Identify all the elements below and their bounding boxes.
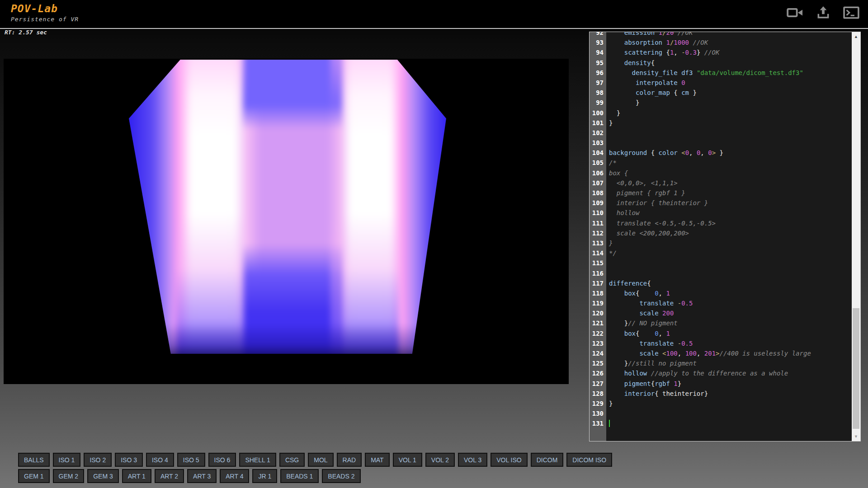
line-number: 126 (590, 368, 606, 378)
code-line-108[interactable]: 108 pigment { rgbf 1 } (590, 188, 852, 198)
scene-code-editor[interactable]: 92 emission 1/20 //OK93 absorption 1/100… (589, 32, 861, 441)
code-rows: 92 emission 1/20 //OK93 absorption 1/100… (590, 32, 852, 429)
code-line-125[interactable]: 125 }//still no pigment (590, 358, 852, 368)
line-number: 119 (590, 298, 606, 308)
code-line-97[interactable]: 97 interpolate 0 (590, 78, 852, 88)
code-line-115[interactable]: 115 (590, 258, 852, 268)
code-line-110[interactable]: 110 hollow (590, 208, 852, 218)
code-line-98[interactable]: 98 color_map { cm } (590, 88, 852, 98)
record-video-button[interactable] (787, 5, 804, 20)
header-toolbar (787, 5, 860, 20)
code-line-109[interactable]: 109 interior { theinterior } (590, 198, 852, 208)
terminal-button[interactable] (843, 5, 860, 20)
preset-button-jr-1[interactable]: JR 1 (252, 469, 277, 483)
scroll-up-arrow-icon[interactable]: ▲ (852, 33, 860, 40)
line-number: 96 (590, 68, 606, 78)
preset-button-beads-2[interactable]: BEADS 2 (322, 469, 360, 483)
preset-button-mol[interactable]: MOL (308, 453, 333, 467)
code-text: translate -0.5 (606, 298, 693, 308)
preset-button-beads-1[interactable]: BEADS 1 (280, 469, 319, 483)
preset-button-vol-iso[interactable]: VOL ISO (491, 453, 528, 467)
preset-button-mat[interactable]: MAT (365, 453, 390, 467)
code-line-121[interactable]: 121 }// NO pigment (590, 318, 852, 328)
preset-button-vol-3[interactable]: VOL 3 (458, 453, 487, 467)
preset-button-iso-6[interactable]: ISO 6 (208, 453, 236, 467)
code-text: } (606, 399, 613, 408)
code-line-118[interactable]: 118 box{ 0, 1 (590, 288, 852, 298)
upload-icon (816, 5, 830, 20)
preset-button-vol-2[interactable]: VOL 2 (425, 453, 455, 467)
preset-button-art-1[interactable]: ART 1 (122, 469, 151, 483)
code-line-105[interactable]: 105/* (590, 158, 852, 168)
code-line-99[interactable]: 99 } (590, 98, 852, 108)
preset-button-gem-1[interactable]: GEM 1 (18, 469, 50, 483)
code-line-106[interactable]: 106box { (590, 168, 852, 178)
code-line-120[interactable]: 120 scale 200 (590, 308, 852, 318)
preset-button-dicom-iso[interactable]: DICOM ISO (566, 453, 612, 467)
code-line-128[interactable]: 128 interior{ theinterior} (590, 389, 852, 399)
camera-icon (787, 6, 804, 19)
terminal-icon (843, 6, 859, 19)
code-line-123[interactable]: 123 translate -0.5 (590, 338, 852, 348)
preset-button-iso-2[interactable]: ISO 2 (84, 453, 112, 467)
code-text: hollow //apply to the difference as a wh… (606, 368, 788, 378)
code-line-104[interactable]: 104background { color <0, 0, 0> } (590, 148, 852, 158)
code-line-131[interactable]: 131 (590, 418, 852, 428)
code-line-95[interactable]: 95 density{ (590, 58, 852, 68)
upload-button[interactable] (815, 5, 832, 20)
code-text: scale 200 (606, 308, 674, 318)
preset-button-csg[interactable]: CSG (279, 453, 305, 467)
code-line-101[interactable]: 101} (590, 118, 852, 128)
text-cursor (609, 420, 610, 427)
code-line-103[interactable]: 103 (590, 138, 852, 148)
preset-button-gem-3[interactable]: GEM 3 (87, 469, 119, 483)
code-line-93[interactable]: 93 absorption 1/1000 //OK (590, 38, 852, 47)
editor-scrollbar[interactable]: ▲ ▼ (852, 32, 860, 441)
code-text: box { (606, 168, 628, 178)
preset-button-art-4[interactable]: ART 4 (220, 469, 249, 483)
preset-button-art-2[interactable]: ART 2 (155, 469, 184, 483)
code-line-130[interactable]: 130 (590, 408, 852, 418)
code-text: } (606, 118, 613, 128)
code-line-111[interactable]: 111 translate <-0.5,-0.5,-0.5> (590, 218, 852, 228)
code-line-100[interactable]: 100 } (590, 108, 852, 118)
code-text: */ (606, 248, 617, 258)
line-number: 97 (590, 78, 606, 88)
code-line-96[interactable]: 96 density_file df3 "data/volume/dicom_t… (590, 68, 852, 78)
code-text: translate -0.5 (606, 338, 693, 348)
preset-button-iso-3[interactable]: ISO 3 (115, 453, 143, 467)
preset-button-art-3[interactable]: ART 3 (187, 469, 217, 483)
preset-button-gem-2[interactable]: GEM 2 (53, 469, 85, 483)
code-line-119[interactable]: 119 translate -0.5 (590, 298, 852, 308)
code-line-127[interactable]: 127 pigment{rgbf 1} (590, 379, 852, 389)
preset-button-balls[interactable]: BALLS (18, 453, 50, 467)
scroll-down-arrow-icon[interactable]: ▼ (852, 433, 860, 440)
preset-button-vol-1[interactable]: VOL 1 (393, 453, 422, 467)
code-line-94[interactable]: 94 scattering {1, -0.3} //OK (590, 47, 852, 57)
code-text: difference{ (606, 278, 651, 288)
code-line-107[interactable]: 107 <0,0,0>, <1,1,1> (590, 178, 852, 188)
preset-button-shell-1[interactable]: SHELL 1 (239, 453, 276, 467)
code-line-113[interactable]: 113} (590, 238, 852, 248)
code-line-129[interactable]: 129} (590, 399, 852, 408)
preset-button-rad[interactable]: RAD (337, 453, 362, 467)
line-number: 120 (590, 308, 606, 318)
preset-button-iso-1[interactable]: ISO 1 (53, 453, 81, 467)
line-number: 131 (590, 418, 606, 428)
code-line-112[interactable]: 112 scale <200,200,200> (590, 228, 852, 238)
code-line-117[interactable]: 117difference{ (590, 278, 852, 288)
code-line-114[interactable]: 114*/ (590, 248, 852, 258)
preset-button-iso-4[interactable]: ISO 4 (146, 453, 174, 467)
line-number: 129 (590, 399, 606, 408)
code-line-122[interactable]: 122 box{ 0, 1 (590, 328, 852, 338)
code-line-124[interactable]: 124 scale <100, 100, 201>//400 is useles… (590, 348, 852, 358)
code-line-126[interactable]: 126 hollow //apply to the difference as … (590, 368, 852, 378)
preset-button-dicom[interactable]: DICOM (531, 453, 564, 467)
code-line-92[interactable]: 92 emission 1/20 //OK (590, 32, 852, 38)
preset-button-iso-5[interactable]: ISO 5 (177, 453, 205, 467)
render-output-canvas (4, 59, 569, 384)
code-line-102[interactable]: 102 (590, 128, 852, 138)
line-number: 113 (590, 238, 606, 248)
scrollbar-thumb[interactable] (853, 308, 859, 429)
code-line-116[interactable]: 116 (590, 268, 852, 278)
